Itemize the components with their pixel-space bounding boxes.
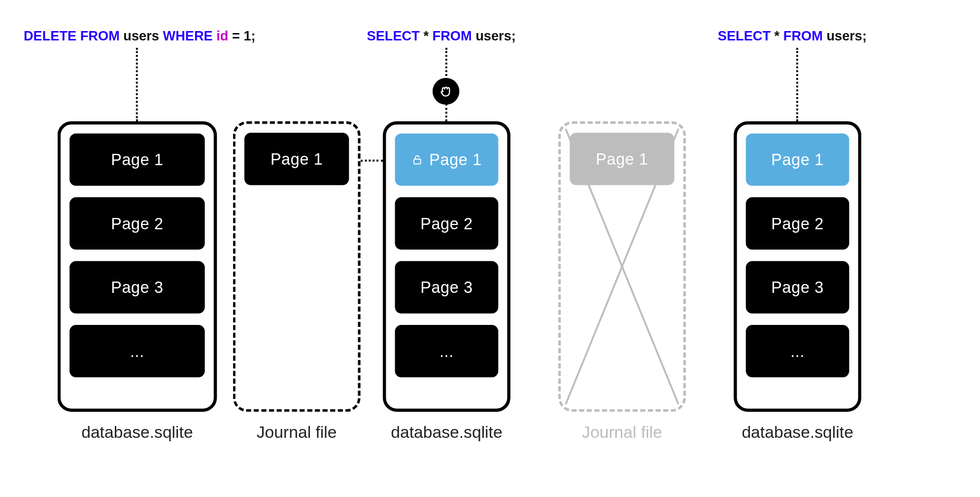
journal-page-1: Page 1: [244, 133, 349, 185]
page-label: Page 2: [420, 214, 473, 233]
lock-icon: [411, 154, 423, 165]
stop-icon: [433, 78, 459, 105]
connector-journal-page1-to-db-page1: [361, 160, 383, 162]
sql-query-select-2: SELECT * FROM users;: [718, 28, 867, 43]
page-label: ...: [439, 342, 454, 360]
page-3: Page 3: [746, 261, 849, 314]
page-ellipsis: ...: [395, 325, 499, 377]
page-2: Page 2: [395, 197, 499, 249]
page-label: Page 1: [771, 150, 824, 169]
journal-file-deleted: Page 1: [558, 121, 686, 412]
connector-q3-to-db: [796, 48, 798, 121]
page-label: ...: [130, 342, 144, 360]
semi: ;: [511, 28, 516, 43]
eq: =: [232, 28, 240, 43]
semi: ;: [251, 28, 256, 43]
page-label: Page 1: [596, 150, 648, 169]
page-label: Page 3: [420, 278, 473, 297]
caption-journal-1: Journal file: [214, 423, 380, 442]
kw-from: FROM: [783, 28, 823, 43]
kw-where: WHERE: [163, 28, 213, 43]
star: *: [775, 28, 780, 43]
page-ellipsis: ...: [69, 325, 205, 377]
tbl-users: users: [475, 28, 511, 43]
tbl-users: users: [826, 28, 862, 43]
caption-db-2: database.sqlite: [364, 423, 530, 442]
page-label: Page 2: [771, 214, 824, 233]
page-label: Page 3: [771, 278, 824, 297]
page-label: Page 2: [111, 214, 164, 233]
journal-file-1: Page 1: [233, 121, 361, 412]
kw-select: SELECT: [367, 28, 420, 43]
page-1-locked: Page 1: [395, 134, 499, 186]
db-file-3: Page 1 Page 2 Page 3 ...: [734, 121, 861, 412]
val-1: 1: [243, 28, 251, 43]
kw-delete-from: DELETE FROM: [24, 28, 120, 43]
connector-stop-to-db: [445, 104, 447, 121]
db-file-2: Page 1 Page 2 Page 3 ...: [383, 121, 510, 412]
tbl-users: users: [123, 28, 159, 43]
sql-query-delete: DELETE FROM users WHERE id = 1;: [24, 28, 256, 43]
semi: ;: [862, 28, 867, 43]
page-2: Page 2: [69, 197, 205, 249]
page-label: Page 1: [111, 150, 164, 169]
caption-journal-ghost: Journal file: [539, 423, 705, 442]
page-label: ...: [790, 342, 805, 360]
db-file-1: Page 1 Page 2 Page 3 ...: [58, 121, 217, 412]
connector-q1-to-db: [136, 48, 138, 121]
star: *: [423, 28, 429, 43]
connector-q2-to-stop: [445, 48, 447, 80]
page-ellipsis: ...: [746, 325, 849, 377]
page-3: Page 3: [69, 261, 205, 314]
kw-select: SELECT: [718, 28, 771, 43]
svg-rect-0: [414, 159, 421, 164]
page-label: Page 3: [111, 278, 164, 297]
page-label: Page 1: [270, 150, 323, 169]
journal-page-1-ghost: Page 1: [570, 133, 674, 185]
caption-db-3: database.sqlite: [714, 423, 880, 442]
caption-db-1: database.sqlite: [54, 423, 220, 442]
sql-query-select-1: SELECT * FROM users;: [367, 28, 516, 43]
page-3: Page 3: [395, 261, 499, 314]
col-id: id: [216, 28, 228, 43]
page-1-blue: Page 1: [746, 134, 849, 186]
kw-from: FROM: [433, 28, 472, 43]
page-label: Page 1: [429, 150, 482, 169]
page-2: Page 2: [746, 197, 849, 249]
page-1: Page 1: [69, 134, 205, 186]
